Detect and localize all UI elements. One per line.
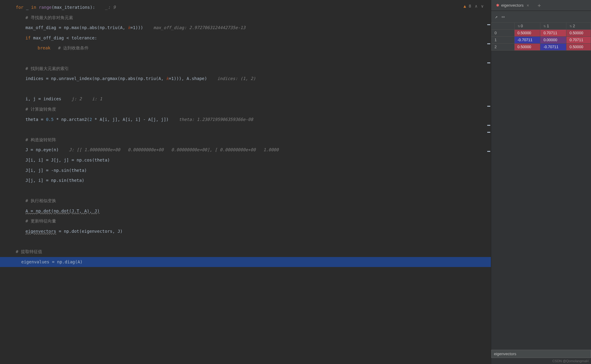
table-row: 2 0.50000 -0.70711 0.50000 bbox=[491, 44, 591, 51]
data-cell[interactable]: 0.50000 bbox=[514, 30, 540, 37]
table-header-row: ⇅0 ⇅1 ⇅2 bbox=[491, 23, 591, 30]
code-line: # 找到最大元素的索引 bbox=[7, 64, 491, 74]
editor-pane: ▲ 8 ∧ ∨ for _ in range(max_iterations): … bbox=[0, 0, 491, 364]
data-viewer-panel: ✱ eigenvectors × + ↗ ▭ ⇅0 ⇅1 ⇅2 0 0.5000… bbox=[491, 0, 591, 364]
code-area[interactable]: for _ in range(max_iterations): _: 9 # 寻… bbox=[0, 0, 491, 364]
data-cell[interactable]: 0.50000 bbox=[514, 44, 540, 51]
code-line: # 寻找最大的非对角元素 bbox=[7, 13, 491, 23]
code-line: theta = 0.5 * np.arctan2(2 * A[i, j], A[… bbox=[7, 115, 491, 125]
code-line: # 计算旋转角度 bbox=[7, 104, 491, 115]
expression-input[interactable] bbox=[491, 350, 591, 358]
code-line: J[i, j] = -np.sin(theta) bbox=[7, 165, 491, 176]
data-cell[interactable]: 0.00000 bbox=[540, 37, 566, 44]
data-cell[interactable]: -0.70711 bbox=[540, 44, 566, 51]
row-index[interactable]: 0 bbox=[491, 30, 515, 37]
code-line: indices = np.unravel_index(np.argmax(np.… bbox=[7, 74, 491, 84]
code-line: if max_off_diag < tolerance: bbox=[7, 33, 491, 43]
code-line: J = np.eye(n) J: [[ 1.00000000e+00 0.000… bbox=[7, 145, 491, 155]
window-icon[interactable]: ▭ bbox=[502, 14, 505, 19]
minimap[interactable] bbox=[487, 24, 490, 170]
expand-icon[interactable]: ↗ bbox=[495, 14, 498, 19]
data-cell[interactable]: -0.70711 bbox=[514, 37, 540, 44]
add-tab-icon[interactable]: + bbox=[538, 2, 541, 8]
warning-indicator[interactable]: ▲ 8 bbox=[464, 4, 471, 8]
data-cell[interactable]: 0.70711 bbox=[540, 30, 566, 37]
code-line: # 构造旋转矩阵 bbox=[7, 135, 491, 145]
code-line: i, j = indices j: 2 i: 1 bbox=[7, 94, 491, 104]
bug-icon: ✱ bbox=[496, 3, 499, 8]
panel-tab[interactable]: ✱ eigenvectors × bbox=[494, 3, 532, 8]
code-line: break # 达到收敛条件 bbox=[7, 43, 491, 53]
panel-tab-bar: ✱ eigenvectors × + bbox=[491, 0, 591, 11]
code-line: # 提取特征值 bbox=[7, 247, 491, 257]
code-line: # 执行相似变换 bbox=[7, 196, 491, 206]
code-line: J[i, i] = J[j, j] = np.cos(theta) bbox=[7, 155, 491, 165]
data-cell[interactable]: 0.50000 bbox=[566, 44, 591, 51]
panel-footer: CSDN @QomolangmaH bbox=[491, 350, 591, 364]
row-index[interactable]: 2 bbox=[491, 44, 515, 51]
panel-toolbar: ↗ ▭ bbox=[491, 11, 591, 22]
code-line-highlighted: eigenvalues = np.diag(A) bbox=[0, 257, 491, 267]
prev-issue-icon[interactable]: ∧ bbox=[475, 4, 477, 8]
code-line: # 更新特征向量 bbox=[7, 216, 491, 226]
code-line: max_off_diag = np.max(np.abs(np.triu(A, … bbox=[7, 23, 491, 33]
tab-label: eigenvectors bbox=[501, 3, 524, 8]
col-header[interactable]: ⇅2 bbox=[566, 23, 591, 30]
table-row: 0 0.50000 0.70711 0.50000 bbox=[491, 30, 591, 37]
code-line: J[j, i] = np.sin(theta) bbox=[7, 175, 491, 186]
watermark: CSDN @QomolangmaH bbox=[491, 358, 591, 364]
next-issue-icon[interactable]: ∨ bbox=[481, 4, 484, 8]
col-header[interactable]: ⇅0 bbox=[514, 23, 540, 30]
code-line: eigenvectors = np.dot(eigenvectors, J) bbox=[7, 226, 491, 237]
inspection-bar: ▲ 8 ∧ ∨ bbox=[464, 4, 484, 8]
corner-cell[interactable] bbox=[491, 23, 515, 30]
close-tab-icon[interactable]: × bbox=[527, 3, 529, 8]
code-line: for _ in range(max_iterations): _: 9 bbox=[7, 2, 491, 13]
data-cell[interactable]: 0.70711 bbox=[566, 37, 591, 44]
col-header[interactable]: ⇅1 bbox=[540, 23, 566, 30]
code-line: A = np.dot(np.dot(J.T, A), J) bbox=[7, 206, 491, 216]
data-table: ⇅0 ⇅1 ⇅2 0 0.50000 0.70711 0.50000 1 -0.… bbox=[491, 22, 591, 51]
data-cell[interactable]: 0.50000 bbox=[566, 30, 591, 37]
table-row: 1 -0.70711 0.00000 0.70711 bbox=[491, 37, 591, 44]
row-index[interactable]: 1 bbox=[491, 37, 515, 44]
